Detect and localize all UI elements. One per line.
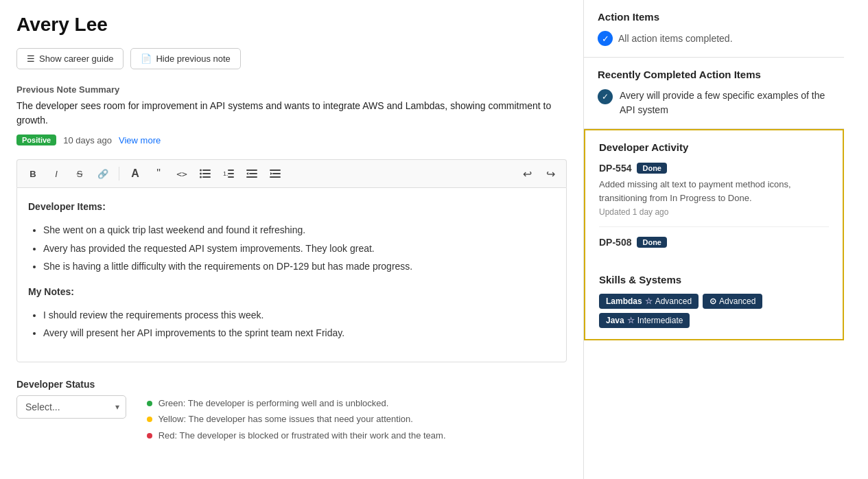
status-row: Select... Green Yellow Red ▾ Green: The … — [16, 395, 567, 443]
svg-rect-12 — [246, 176, 257, 178]
activity-item: DP-508 Done — [599, 237, 829, 248]
activity-header: DP-554 Done — [599, 163, 829, 174]
section2-title: My Notes: — [28, 286, 74, 297]
completed-action-text: Avery will provide a few specific exampl… — [620, 89, 830, 117]
ordered-list-button[interactable]: 1. — [218, 164, 239, 183]
svg-rect-1 — [202, 170, 211, 171]
action-items-title: Action Items — [598, 11, 830, 23]
legend-item-yellow: Yellow: The developer has some issues th… — [147, 411, 446, 427]
skill-level: Advanced — [719, 296, 755, 306]
svg-marker-13 — [246, 172, 248, 175]
bullet-list-button[interactable] — [195, 164, 215, 183]
svg-text:1.: 1. — [223, 170, 228, 177]
developer-items-section: Developer Items: She went on a quick tri… — [28, 199, 555, 274]
list-item: She is having a little difficulty with t… — [43, 259, 555, 274]
positive-badge: Positive — [16, 135, 56, 145]
svg-rect-9 — [228, 176, 234, 178]
list-item: Avery will present her API improvements … — [43, 325, 555, 340]
blockquote-button[interactable]: " — [148, 164, 169, 183]
sidebar-scroll[interactable]: Action Items ✓ All action items complete… — [584, 0, 844, 479]
editor-toolbar: B I S 🔗 A " <> 1. ↩ ↪ — [16, 159, 567, 187]
completed-action-item: ✓ Avery will provide a few specific exam… — [598, 89, 830, 117]
svg-rect-16 — [270, 176, 281, 178]
green-dot — [147, 401, 152, 406]
legend-item-green: Green: The developer is performing well … — [147, 395, 446, 411]
activity-description: Added missing alt text to payment method… — [599, 178, 829, 205]
developer-activity-section: Developer Activity DP-554 Done Added mis… — [584, 129, 844, 263]
list-item: She went on a quick trip last weekend an… — [43, 222, 555, 237]
status-select[interactable]: Select... Green Yellow Red — [16, 395, 126, 419]
action-items-complete: ✓ All action items completed. — [598, 31, 830, 46]
red-dot — [147, 433, 152, 439]
italic-button[interactable]: I — [46, 164, 67, 183]
view-more-link[interactable]: View more — [119, 135, 161, 145]
svg-rect-3 — [202, 173, 211, 174]
list-item: I should review the requirements process… — [43, 307, 555, 323]
my-notes-list: I should review the requirements process… — [28, 307, 555, 341]
page-title: Avery Lee — [16, 14, 567, 36]
svg-point-2 — [200, 173, 202, 175]
strikethrough-button[interactable]: S — [69, 164, 90, 183]
undo-button[interactable]: ↩ — [517, 164, 537, 183]
indent-button[interactable] — [265, 164, 285, 183]
check-filled-icon: ✓ — [598, 89, 613, 104]
skill-tag-lambdas: Lambdas ☆ Advanced — [599, 294, 699, 309]
skill-tag-java: Java ☆ Intermediate — [599, 313, 690, 328]
settings-icon: ⊙ — [709, 296, 716, 306]
skill-name: Lambdas — [606, 296, 642, 306]
svg-point-4 — [200, 176, 202, 178]
status-label: Developer Status — [16, 379, 567, 390]
developer-activity-title: Developer Activity — [599, 141, 829, 153]
star-icon: ☆ — [627, 316, 635, 325]
done-badge: Done — [637, 163, 667, 174]
svg-rect-15 — [272, 173, 281, 174]
skill-level: Intermediate — [637, 316, 683, 325]
developer-items-list: She went on a quick trip last weekend an… — [28, 222, 555, 274]
link-button[interactable]: 🔗 — [93, 164, 113, 183]
svg-rect-11 — [249, 173, 257, 174]
yellow-dot — [147, 417, 152, 422]
my-notes-section: My Notes: I should review the requiremen… — [28, 284, 555, 341]
code-button[interactable]: <> — [172, 164, 192, 183]
svg-rect-10 — [246, 170, 257, 171]
bold-button[interactable]: B — [23, 164, 43, 183]
skills-section: Skills & Systems Lambdas ☆ Advanced ⊙ Ad… — [584, 263, 844, 340]
svg-rect-8 — [228, 173, 234, 174]
skills-tags: Lambdas ☆ Advanced ⊙ Advanced Java ☆ Int… — [599, 294, 829, 328]
editor-content[interactable]: Developer Items: She went on a quick tri… — [16, 187, 567, 362]
previous-note-label: Previous Note Summary — [16, 84, 567, 95]
outdent-button[interactable] — [242, 164, 262, 183]
svg-point-0 — [200, 170, 202, 172]
skill-tag-advanced: ⊙ Advanced — [703, 294, 762, 309]
hide-previous-note-button[interactable]: 📄 Hide previous note — [130, 48, 240, 69]
note-meta: Positive 10 days ago View more — [16, 135, 567, 145]
show-career-guide-button[interactable]: ☰ Show career guide — [16, 48, 124, 69]
section1-title: Developer Items: — [28, 201, 106, 212]
career-guide-icon: ☰ — [27, 54, 35, 64]
recently-completed-title: Recently Completed Action Items — [598, 69, 830, 80]
done-badge: Done — [637, 237, 667, 248]
activity-id: DP-508 — [599, 237, 631, 248]
developer-status-section: Developer Status Select... Green Yellow … — [16, 379, 567, 443]
svg-rect-14 — [270, 170, 281, 171]
sidebar: Action Items ✓ All action items complete… — [583, 0, 844, 479]
skills-title: Skills & Systems — [599, 274, 829, 285]
note-icon: 📄 — [141, 54, 152, 64]
svg-rect-7 — [228, 170, 234, 171]
star-icon: ☆ — [645, 296, 653, 306]
font-size-button[interactable]: A — [125, 164, 145, 183]
toolbar-separator-1 — [119, 167, 119, 180]
activity-time: Updated 1 day ago — [599, 207, 829, 217]
activity-header: DP-508 Done — [599, 237, 829, 248]
skill-name: Java — [606, 316, 624, 325]
previous-note-text: The developer sees room for improvement … — [16, 99, 567, 128]
svg-marker-17 — [270, 172, 272, 175]
button-row: ☰ Show career guide 📄 Hide previous note — [16, 48, 567, 69]
check-circle-icon: ✓ — [598, 31, 613, 46]
legend-item-red: Red: The developer is blocked or frustra… — [147, 428, 446, 443]
recently-completed-section: Recently Completed Action Items ✓ Avery … — [584, 58, 844, 129]
status-select-wrap: Select... Green Yellow Red ▾ — [16, 395, 126, 419]
svg-rect-5 — [202, 176, 211, 178]
redo-button[interactable]: ↪ — [540, 164, 561, 183]
list-item: Avery has provided the requested API sys… — [43, 241, 555, 256]
